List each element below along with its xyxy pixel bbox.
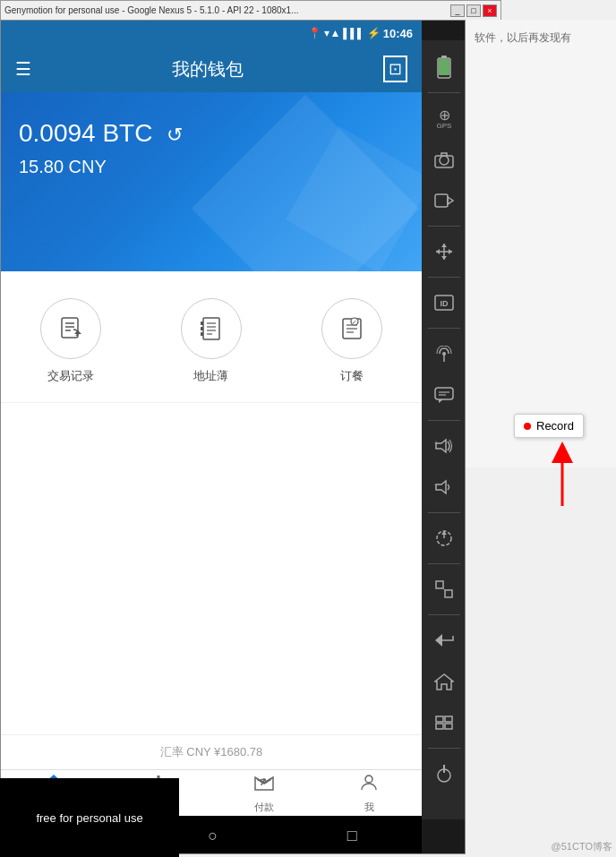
toolbar-divider-8 [428,614,460,615]
svg-rect-48 [436,581,443,588]
minimize-button[interactable]: _ [450,4,465,17]
emulator-frame: 📍 ▾▲ ▌▌▌ ⚡ 10:46 ☰ 我的钱包 ⊡ 0.0094 BTC ↺ 1… [0,20,466,854]
order-button[interactable]: ✓ 订餐 [321,298,382,384]
status-bar: 📍 ▾▲ ▌▌▌ ⚡ 10:46 [1,21,422,46]
order-label: 订餐 [340,368,364,384]
gps-toolbar-label: GPS [437,122,452,130]
android-home-button[interactable]: ○ [208,827,218,845]
cny-amount: 15.80 CNY [19,157,404,177]
window-title: Genymotion for personal use - Google Nex… [4,5,299,15]
toolbar-divider-6 [428,512,460,513]
back-toolbar-icon[interactable] [424,621,464,660]
status-time: 10:46 [383,27,413,40]
volume-down-toolbar-icon[interactable]: - [424,467,464,507]
wifi-icon: ▾▲ [324,27,340,39]
video-toolbar-icon[interactable] [424,181,464,220]
volume-up-toolbar-icon[interactable]: + [424,426,464,466]
power-toolbar-icon[interactable] [424,754,464,793]
battery-toolbar-icon [424,47,464,87]
svg-rect-10 [201,327,203,330]
nav-me[interactable]: 我 [317,772,423,814]
watermark-bottom: free for personal use [0,778,179,857]
close-button[interactable]: × [483,4,497,17]
svg-rect-55 [436,724,443,729]
svg-text:+: + [434,440,438,446]
svg-rect-56 [445,724,452,729]
svg-rect-4 [203,318,219,339]
expand-icon[interactable]: ⊡ [383,56,407,82]
right-panel-text: 软件，以后再发现有 [475,31,571,44]
toolbar-divider-3 [428,277,460,278]
menu-toolbar-icon[interactable] [424,703,464,742]
svg-marker-31 [436,249,440,254]
home-toolbar-icon[interactable] [424,662,464,701]
svg-rect-25 [435,194,448,207]
middle-content [1,403,422,716]
svg-text:ID: ID [441,299,449,308]
battery-icon: ⚡ [367,27,381,39]
id-toolbar-icon[interactable]: ID [424,283,464,322]
address-book-icon [181,298,242,359]
toolbar-divider-7 [428,563,460,564]
order-icon: ✓ [321,298,382,359]
nav-pay[interactable]: 付款 [211,772,317,814]
watermark-text: free for personal use [36,811,142,825]
svg-rect-24 [435,156,453,167]
right-panel: 软件，以后再发现有 [466,20,616,467]
window-controls[interactable]: _ □ × [450,4,497,17]
pay-nav-icon [253,772,275,799]
hamburger-menu-icon[interactable]: ☰ [15,58,31,80]
svg-rect-22 [439,59,449,75]
transaction-history-icon [40,298,101,359]
address-book-button[interactable]: 地址薄 [181,298,242,384]
gps-toolbar-item[interactable]: ⊕ GPS [424,99,464,138]
refresh-icon[interactable]: ↺ [167,124,183,146]
svg-rect-54 [445,716,452,722]
svg-rect-37 [435,388,453,399]
svg-marker-29 [441,244,447,247]
chat-toolbar-icon[interactable] [424,375,464,415]
transaction-history-label: 交易记录 [47,368,94,384]
action-section: 交易记录 地址薄 [1,271,422,403]
toolbar-divider-1 [428,92,460,93]
record-button[interactable]: Record [514,414,584,438]
svg-rect-21 [441,56,447,58]
app-header: ☰ 我的钱包 ⊡ [1,46,422,92]
toolbar-divider-9 [428,748,460,749]
pay-nav-label: 付款 [254,801,274,814]
svg-marker-52 [435,674,453,690]
rotate-toolbar-icon[interactable] [424,518,464,558]
svg-point-23 [440,156,449,165]
toolbar-divider-2 [428,226,460,227]
svg-marker-43 [436,481,446,493]
signal-icon: ▌▌▌ [343,28,364,39]
toolbar-divider-5 [428,420,460,421]
hero-section: 0.0094 BTC ↺ 15.80 CNY [1,92,422,271]
record-label: Record [536,419,574,433]
record-dot-icon [524,423,531,430]
svg-line-50 [443,588,445,590]
svg-rect-0 [62,318,78,338]
svg-marker-26 [448,197,453,204]
android-recents-button[interactable]: □ [347,827,357,845]
maximize-button[interactable]: □ [466,4,481,17]
status-icons: 📍 ▾▲ ▌▌▌ ⚡ 10:46 [308,27,413,40]
camera-toolbar-icon[interactable] [424,140,464,179]
me-nav-label: 我 [364,801,374,814]
svg-rect-53 [436,716,443,722]
move-toolbar-icon[interactable] [424,232,464,271]
window-titlebar: Genymotion for personal use - Google Nex… [0,0,501,20]
svg-text:✓: ✓ [352,319,357,325]
scale-toolbar-icon[interactable] [424,570,464,609]
right-toolbar: ⊕ GPS [422,40,466,819]
svg-marker-32 [449,249,452,254]
address-book-label: 地址薄 [193,368,228,384]
cto-watermark: @51CTO博客 [548,836,616,857]
transaction-history-button[interactable]: 交易记录 [40,298,101,384]
nfc-toolbar-icon[interactable] [424,334,464,373]
svg-rect-11 [201,332,203,336]
svg-marker-30 [441,256,447,260]
svg-point-19 [365,776,372,783]
me-nav-icon [358,772,380,799]
phone-screen: 📍 ▾▲ ▌▌▌ ⚡ 10:46 ☰ 我的钱包 ⊡ 0.0094 BTC ↺ 1… [1,21,422,854]
